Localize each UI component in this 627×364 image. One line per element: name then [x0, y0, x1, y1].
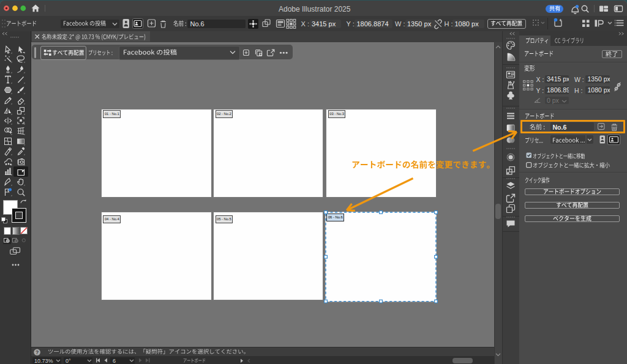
svg-text:?: ? [36, 349, 39, 355]
